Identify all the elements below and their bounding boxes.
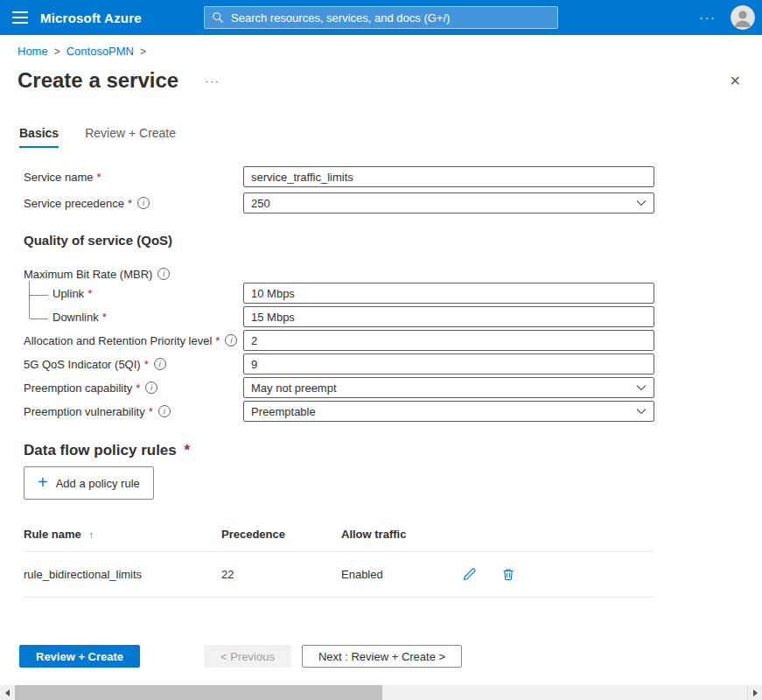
policy-rules-table-header: Rule name ↑ Precedence Allow traffic — [24, 517, 654, 552]
preemption-vulnerability-value: Preemptable — [251, 405, 316, 418]
column-header-rule-name[interactable]: Rule name ↑ — [24, 528, 221, 541]
plus-icon: + — [38, 473, 48, 491]
service-name-label: Service name * — [0, 171, 243, 184]
account-avatar[interactable] — [731, 5, 755, 30]
mbr-group: Maximum Bit Rate (MBR) i Uplink * Downli… — [0, 265, 762, 327]
label-text: Allocation and Retention Priority level — [24, 334, 212, 347]
arp-label: Allocation and Retention Priority level … — [0, 334, 243, 347]
horizontal-scrollbar[interactable] — [0, 685, 762, 700]
scroll-right-arrow[interactable] — [747, 685, 762, 700]
delete-rule-button[interactable] — [500, 567, 516, 583]
row-actions — [461, 567, 654, 583]
breadcrumb-separator: > — [54, 46, 60, 58]
fiveqi-input[interactable] — [243, 354, 654, 374]
uplink-row: Uplink * — [0, 283, 762, 304]
tab-basics[interactable]: Basics — [19, 126, 59, 148]
required-marker: * — [149, 405, 153, 418]
heading-text: Data flow policy rules — [24, 442, 177, 458]
page-title: Create a service — [17, 66, 178, 94]
required-marker: * — [185, 442, 191, 458]
azure-brand-title[interactable]: Microsoft Azure — [40, 10, 142, 25]
wizard-tabs: Basics Review + Create — [19, 126, 762, 148]
fiveqi-row: 5G QoS Indicator (5QI) * i — [0, 354, 762, 374]
global-search-input[interactable] — [229, 10, 550, 25]
service-precedence-value: 250 — [251, 197, 270, 210]
breadcrumb-separator: > — [140, 46, 146, 58]
column-header-allow-traffic[interactable]: Allow traffic — [341, 528, 461, 541]
info-icon[interactable]: i — [154, 358, 166, 370]
required-marker: * — [128, 197, 132, 210]
hamburger-menu-button[interactable] — [0, 0, 40, 35]
add-policy-rule-button[interactable]: + Add a policy rule — [24, 466, 154, 500]
tree-connector-horizontal — [30, 318, 48, 319]
edit-rule-button[interactable] — [461, 567, 477, 583]
global-search-box[interactable] — [204, 6, 558, 29]
search-icon — [212, 11, 224, 24]
breadcrumb-home-link[interactable]: Home — [17, 45, 48, 58]
header-text: Allow traffic — [341, 528, 406, 541]
service-precedence-dropdown[interactable]: 250 — [243, 192, 654, 214]
tree-connector-horizontal — [30, 295, 48, 296]
mbr-label-row: Maximum Bit Rate (MBR) i — [0, 265, 762, 283]
data-flow-policy-rules-heading: Data flow policy rules * — [24, 442, 762, 459]
header-text: Rule name — [24, 528, 81, 541]
service-precedence-row: Service precedence * i 250 — [0, 192, 762, 214]
pencil-icon — [462, 567, 477, 582]
person-icon — [731, 5, 755, 30]
cell-rule-name: rule_bidirectional_limits — [24, 568, 221, 581]
downlink-input[interactable] — [243, 306, 654, 327]
arp-row: Allocation and Retention Priority level … — [0, 330, 762, 351]
preemption-capability-label: Preemption capability * i — [0, 382, 243, 395]
page-header: Create a service ··· ✕ — [17, 66, 745, 94]
header-text: Precedence — [221, 528, 285, 541]
tab-review-create[interactable]: Review + Create — [85, 126, 176, 148]
preemption-vulnerability-label: Preemption vulnerability * i — [0, 405, 243, 418]
cell-allow-traffic: Enabled — [341, 568, 461, 581]
sort-ascending-icon: ↑ — [88, 529, 94, 540]
topbar-right-controls: ··· — [699, 5, 762, 30]
preemption-vulnerability-row: Preemption vulnerability * i Preemptable — [0, 401, 762, 422]
page-more-icon[interactable]: ··· — [205, 74, 220, 88]
label-text: Service name — [24, 171, 93, 184]
close-icon[interactable]: ✕ — [726, 71, 745, 91]
info-icon[interactable]: i — [137, 197, 150, 209]
label-text: Preemption capability — [24, 382, 132, 395]
info-icon[interactable]: i — [157, 268, 170, 280]
uplink-input[interactable] — [243, 283, 654, 304]
preemption-capability-value: May not preempt — [251, 382, 337, 395]
next-review-create-button[interactable]: Next : Review + Create > — [302, 645, 462, 668]
required-marker: * — [144, 358, 149, 371]
label-text: Maximum Bit Rate (MBR) — [24, 268, 152, 281]
column-header-precedence[interactable]: Precedence — [221, 528, 341, 541]
preemption-capability-dropdown[interactable]: May not preempt — [243, 377, 654, 398]
scroll-left-arrow[interactable] — [0, 685, 15, 700]
breadcrumb-resource-link[interactable]: ContosoPMN — [66, 45, 134, 58]
required-marker: * — [136, 382, 140, 395]
fiveqi-label: 5G QoS Indicator (5QI) * i — [0, 358, 243, 371]
topbar-more-icon[interactable]: ··· — [699, 10, 717, 24]
required-marker: * — [87, 287, 92, 300]
left-triangle-icon — [5, 690, 10, 696]
info-icon[interactable]: i — [225, 334, 237, 346]
hamburger-icon — [12, 11, 28, 24]
chevron-down-icon — [636, 384, 647, 391]
review-create-button[interactable]: Review + Create — [19, 645, 140, 668]
right-triangle-icon — [753, 690, 758, 696]
scrollbar-thumb[interactable] — [15, 685, 382, 700]
previous-button[interactable]: < Previous — [204, 645, 291, 668]
service-name-row: Service name * — [0, 166, 762, 187]
qos-section-heading: Quality of service (QoS) — [24, 233, 762, 248]
info-icon[interactable]: i — [158, 405, 171, 417]
service-precedence-label: Service precedence * i — [0, 197, 243, 210]
required-marker: * — [215, 334, 220, 347]
basics-form: Service name * Service precedence * i 25… — [0, 166, 762, 598]
cell-precedence: 22 — [221, 568, 341, 581]
arp-level-input[interactable] — [243, 330, 654, 351]
service-name-input[interactable] — [243, 166, 654, 187]
wizard-footer: Review + Create < Previous Next : Review… — [19, 645, 462, 668]
breadcrumb: Home>ContosoPMN> — [17, 45, 762, 58]
info-icon[interactable]: i — [145, 382, 157, 394]
add-policy-rule-label: Add a policy rule — [56, 477, 140, 490]
preemption-vulnerability-dropdown[interactable]: Preemptable — [243, 401, 654, 422]
required-marker: * — [96, 171, 101, 184]
